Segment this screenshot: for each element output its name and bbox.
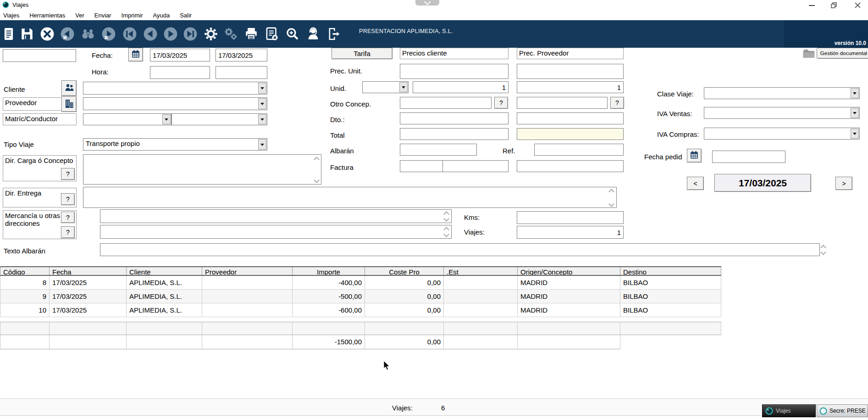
cancel-icon[interactable] <box>39 22 56 46</box>
albaran-input[interactable] <box>400 144 477 156</box>
column-header-2[interactable]: Cliente <box>127 267 202 275</box>
tipo-viaje-combobox[interactable]: Transporte propio <box>83 138 267 151</box>
support-agent-icon[interactable] <box>304 22 322 46</box>
table-cell[interactable]: 0,00 <box>365 276 444 289</box>
iva-compras-combobox[interactable] <box>704 128 860 140</box>
date-next-button[interactable]: > <box>835 177 852 190</box>
table-row[interactable]: 917/03/2025APLIMEDIA, S.L.-500,000,00MAD… <box>0 290 721 303</box>
table-cell[interactable] <box>444 276 518 289</box>
proveedor-dropdown-button[interactable] <box>258 98 266 109</box>
exit-icon[interactable] <box>325 22 343 46</box>
cliente-combobox[interactable] <box>83 82 267 95</box>
ref-input[interactable] <box>534 144 624 156</box>
table-cell[interactable]: 8 <box>0 276 50 289</box>
settings-gear-icon[interactable] <box>202 22 220 46</box>
table-cell[interactable] <box>202 276 293 289</box>
mercancia-help-button-1[interactable]: ? <box>61 212 75 223</box>
close-button[interactable] <box>849 1 866 9</box>
factura-input-2[interactable] <box>442 160 509 172</box>
table-cell[interactable]: -600,00 <box>293 303 365 317</box>
fecha-pedido-calendar-button[interactable] <box>687 149 702 162</box>
table-cell[interactable]: 10 <box>0 303 50 317</box>
table-cell[interactable]: 17/03/2025 <box>50 276 127 289</box>
texto-albaran-input[interactable] <box>100 243 820 256</box>
menu-item-viajes[interactable]: Viajes <box>0 12 24 19</box>
cliente-lookup-button[interactable] <box>61 80 77 96</box>
table-row[interactable]: 1017/03/2025APLIMEDIA, S.L.-600,000,00MA… <box>0 303 721 317</box>
menu-item-salir[interactable]: Salir <box>175 12 197 19</box>
mercancia-input-1[interactable] <box>100 209 452 223</box>
maximize-button[interactable] <box>826 1 842 9</box>
matric-combobox-1[interactable] <box>83 113 171 125</box>
dto-cliente-input[interactable] <box>400 112 509 124</box>
mercancia-input-2[interactable] <box>100 225 452 239</box>
table-cell[interactable]: BILBAO <box>620 303 721 317</box>
next-record-icon[interactable] <box>162 22 179 46</box>
table-cell[interactable]: APLIMEDIA, S.L. <box>127 303 202 317</box>
prec-unit-cliente-input[interactable] <box>400 64 509 79</box>
column-header-7[interactable]: Origen/Concepto <box>518 267 620 275</box>
column-header-5[interactable]: Coste Pro <box>365 267 444 275</box>
last-record-icon[interactable] <box>182 22 199 46</box>
table-cell[interactable]: 0,00 <box>365 303 444 317</box>
otro-concep-help-button-1[interactable]: ? <box>494 97 508 109</box>
table-cell[interactable]: MADRID <box>518 276 620 289</box>
menu-item-ayuda[interactable]: Ayuda <box>148 12 175 19</box>
search-binoculars-icon[interactable] <box>79 22 97 46</box>
mercancia-help-button-2[interactable]: ? <box>61 226 75 238</box>
table-cell[interactable] <box>202 303 293 317</box>
viajes-input[interactable] <box>517 226 624 239</box>
save-icon[interactable] <box>18 22 36 46</box>
fecha-calendar-button[interactable] <box>128 48 143 62</box>
date-prev-button[interactable]: < <box>687 177 704 190</box>
record-code-input[interactable] <box>3 49 76 62</box>
table-cell[interactable]: -400,00 <box>293 276 365 289</box>
dir-carga-textarea[interactable] <box>83 154 321 185</box>
otro-concep-proveedor-input[interactable] <box>517 97 608 109</box>
taskbar-item-secre[interactable]: Secre: PRESE... <box>817 404 868 417</box>
table-empty-row[interactable] <box>0 322 721 335</box>
iva-ventas-combobox[interactable] <box>704 107 860 119</box>
hora-to-input[interactable] <box>216 66 267 79</box>
table-cell[interactable]: BILBAO <box>620 290 721 303</box>
total-proveedor-input[interactable] <box>517 128 624 140</box>
clase-viaje-combobox[interactable] <box>704 87 860 99</box>
list-cancel-icon[interactable] <box>263 22 281 46</box>
total-cliente-input[interactable] <box>400 128 509 140</box>
tarifa-button[interactable]: Tarifa <box>332 48 393 59</box>
minimize-button[interactable] <box>803 1 820 9</box>
taskbar-item-viajes[interactable]: Viajes <box>762 404 816 417</box>
dir-entrega-textarea[interactable] <box>83 187 617 208</box>
zoom-icon[interactable] <box>284 22 301 46</box>
otro-concep-cliente-input[interactable] <box>400 97 492 109</box>
clase-viaje-dropdown-button[interactable] <box>851 88 859 98</box>
table-cell[interactable]: BILBAO <box>620 276 721 289</box>
proveedor-lookup-button[interactable] <box>61 96 77 112</box>
table-cell[interactable]: 17/03/2025 <box>50 290 127 303</box>
prec-unit-proveedor-input[interactable] <box>517 64 624 79</box>
iva-ventas-dropdown-button[interactable] <box>851 108 859 118</box>
tipo-viaje-dropdown-button[interactable] <box>258 139 266 150</box>
hidden-panel-tab[interactable] <box>415 0 439 6</box>
matric-dropdown-button-1[interactable] <box>162 114 171 124</box>
dir-carga-help-button[interactable]: ? <box>61 168 75 180</box>
kms-input[interactable] <box>517 211 624 224</box>
table-cell[interactable]: APLIMEDIA, S.L. <box>127 290 202 303</box>
first-record-icon[interactable] <box>121 22 138 46</box>
table-cell[interactable]: 9 <box>0 290 50 303</box>
process-gears-icon[interactable] <box>222 22 240 46</box>
table-row[interactable]: 817/03/2025APLIMEDIA, S.L.-400,000,00MAD… <box>0 276 721 290</box>
proveedor-combobox[interactable] <box>83 97 267 110</box>
menu-item-enviar[interactable]: Enviar <box>89 12 116 19</box>
menu-item-herramientas[interactable]: Herramientas <box>24 12 70 19</box>
column-header-4[interactable]: Importe <box>293 267 365 275</box>
cliente-dropdown-button[interactable] <box>258 83 266 94</box>
table-cell[interactable] <box>444 290 518 303</box>
table-cell[interactable]: 17/03/2025 <box>50 303 127 317</box>
column-header-3[interactable]: Proveedor <box>202 267 293 275</box>
hora-from-input[interactable] <box>150 66 210 79</box>
menu-item-ver[interactable]: Ver <box>70 12 89 19</box>
next-cancel-icon[interactable] <box>100 22 117 46</box>
unid-proveedor-input[interactable] <box>517 81 624 93</box>
fecha-to-input[interactable] <box>216 49 267 62</box>
